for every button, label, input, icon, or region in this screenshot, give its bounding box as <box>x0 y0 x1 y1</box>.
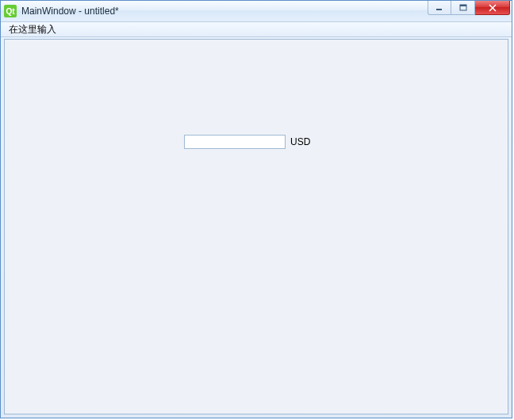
close-button[interactable] <box>475 1 510 15</box>
main-window: Qt MainWindow - untitled* <box>0 0 512 418</box>
minimize-icon <box>435 5 443 11</box>
close-icon <box>488 4 497 12</box>
maximize-icon <box>459 4 467 12</box>
window-controls <box>428 1 510 15</box>
designer-canvas[interactable]: USD <box>4 39 508 414</box>
minimize-button[interactable] <box>428 1 451 15</box>
currency-label: USD <box>290 136 310 147</box>
window-title: MainWindow - untitled* <box>21 6 119 17</box>
maximize-button[interactable] <box>451 1 475 15</box>
qt-app-icon: Qt <box>4 5 17 17</box>
amount-input[interactable] <box>184 135 286 149</box>
menu-type-here-placeholder[interactable]: 在这里输入 <box>9 23 56 36</box>
menu-bar[interactable]: 在这里输入 <box>1 22 512 37</box>
currency-row: USD <box>184 135 310 149</box>
title-bar[interactable]: Qt MainWindow - untitled* <box>1 1 512 22</box>
